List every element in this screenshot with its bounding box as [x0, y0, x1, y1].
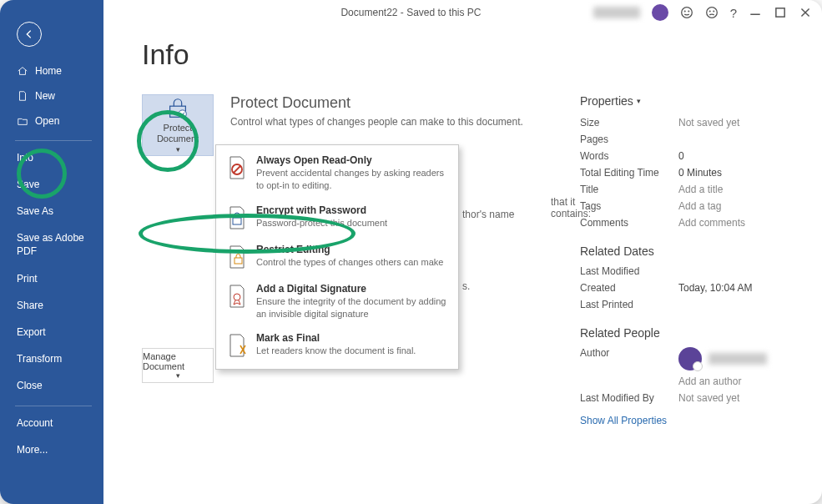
user-name-blurred — [593, 7, 640, 18]
protect-document-heading: Protect Document — [230, 94, 523, 112]
property-value: 0 — [678, 150, 684, 162]
property-value[interactable]: Add comments — [678, 217, 745, 229]
nav-save-adobe[interactable]: Save as Adobe PDF — [0, 224, 103, 265]
sad-icon[interactable] — [705, 6, 719, 19]
help-button[interactable]: ? — [730, 6, 737, 20]
property-row: TitleAdd a title — [580, 181, 797, 198]
page-title: Info — [142, 38, 797, 71]
svg-point-3 — [706, 8, 717, 18]
nav-info[interactable]: Info — [0, 144, 103, 171]
protect-document-button[interactable]: Protect Document ▾ — [142, 94, 214, 156]
date-label: Created — [580, 282, 670, 294]
manage-document-button[interactable]: Manage Document▾ — [142, 348, 214, 383]
author-name-blurred — [709, 353, 767, 365]
nav-home[interactable]: Home — [0, 58, 103, 83]
menu-item-desc: Password-protect this document — [256, 217, 387, 229]
document-icon — [17, 90, 28, 102]
nav-share[interactable]: Share — [0, 292, 103, 319]
maximize-button[interactable] — [774, 6, 787, 19]
user-avatar[interactable] — [652, 4, 668, 21]
nav-close[interactable]: Close — [0, 372, 103, 399]
property-label: Title — [580, 184, 670, 195]
menu-item-title: Encrypt with Password — [256, 204, 387, 216]
property-label: Total Editing Time — [580, 167, 670, 179]
date-row: Last Modified — [580, 263, 797, 280]
property-row: SizeNot saved yet — [580, 114, 797, 131]
last-modified-by-value: Not saved yet — [678, 392, 739, 404]
property-label: Pages — [580, 134, 670, 145]
svg-point-8 — [179, 110, 186, 118]
author-label: Author — [580, 347, 670, 370]
protect-document-desc: Control what types of changes people can… — [230, 115, 523, 129]
minimize-button[interactable] — [749, 6, 762, 19]
nav-open[interactable]: Open — [0, 108, 103, 134]
partial-text: thor's name — [462, 209, 514, 220]
partial-text: s. — [462, 280, 470, 292]
svg-point-0 — [681, 8, 692, 18]
property-label: Comments — [580, 217, 670, 229]
property-label: Words — [580, 150, 670, 162]
menu-item-title: Always Open Read-Only — [256, 154, 448, 166]
nav-more[interactable]: More... — [0, 436, 103, 463]
chevron-down-icon: ▾ — [637, 97, 641, 105]
nav-save[interactable]: Save — [0, 171, 103, 198]
date-label: Last Modified — [580, 265, 670, 277]
manage-document-label: Manage Document — [143, 351, 213, 371]
property-row: TagsAdd a tag — [580, 198, 797, 214]
nav-save-as[interactable]: Save As — [0, 198, 103, 224]
svg-point-5 — [714, 11, 714, 12]
window-title: Document22 - Saved to this PC — [340, 7, 481, 18]
nav-new-label: New — [35, 90, 55, 102]
menu-encrypt-with-password[interactable]: Encrypt with PasswordPassword-protect th… — [216, 199, 458, 238]
svg-point-12 — [234, 294, 240, 300]
nav-print[interactable]: Print — [0, 265, 103, 292]
folder-open-icon — [17, 115, 28, 127]
close-button[interactable] — [799, 6, 812, 19]
menu-always-open-read-only[interactable]: Always Open Read-OnlyPrevent accidental … — [216, 149, 458, 199]
date-label: Last Printed — [580, 299, 670, 310]
svg-rect-10 — [233, 218, 241, 224]
content-area: Info Protect Document ▾ Protect Document… — [103, 25, 822, 504]
property-row: Words0 — [580, 148, 797, 164]
protect-document-button-label: Protect Document — [143, 123, 213, 144]
backstage-sidebar: Home New Open Info Save Save As Save as … — [0, 0, 103, 504]
add-author-link[interactable]: Add an author — [678, 375, 741, 387]
date-row: CreatedToday, 10:04 AM — [580, 280, 797, 296]
encrypt-icon — [226, 204, 248, 231]
property-value[interactable]: Add a title — [678, 184, 723, 195]
nav-new[interactable]: New — [0, 83, 103, 108]
menu-mark-as-final[interactable]: Mark as FinalLet readers know the docume… — [216, 326, 458, 365]
svg-rect-6 — [776, 8, 784, 17]
nav-account[interactable]: Account — [0, 410, 103, 436]
property-value[interactable]: Add a tag — [678, 200, 721, 212]
svg-point-2 — [688, 11, 689, 12]
menu-item-desc: Control the types of changes others can … — [256, 256, 443, 269]
property-value[interactable]: Not saved yet — [678, 117, 739, 129]
show-all-properties-link[interactable]: Show All Properties — [580, 415, 797, 426]
lock-shield-icon — [165, 96, 190, 121]
menu-add-digital-signature[interactable]: Add a Digital SignatureEnsure the integr… — [216, 277, 458, 327]
property-label: Tags — [580, 200, 670, 212]
title-bar: Document22 - Saved to this PC ? — [0, 0, 822, 25]
menu-restrict-editing[interactable]: Restrict EditingControl the types of cha… — [216, 238, 458, 277]
author-avatar[interactable] — [678, 347, 702, 370]
signature-icon — [226, 283, 248, 310]
property-row: CommentsAdd comments — [580, 214, 797, 231]
related-people-header: Related People — [580, 326, 797, 340]
smile-icon[interactable] — [680, 6, 693, 19]
menu-item-title: Add a Digital Signature — [256, 283, 448, 295]
property-row: Total Editing Time0 Minutes — [580, 164, 797, 181]
svg-rect-11 — [234, 258, 242, 264]
properties-header[interactable]: Properties▾ — [580, 94, 797, 108]
nav-home-label: Home — [35, 65, 62, 77]
property-label: Size — [580, 117, 670, 129]
property-row: Pages — [580, 131, 797, 148]
related-dates-header: Related Dates — [580, 244, 797, 258]
menu-item-title: Mark as Final — [256, 332, 416, 344]
back-button[interactable] — [17, 22, 42, 47]
nav-transform[interactable]: Transform — [0, 345, 103, 372]
nav-open-label: Open — [35, 115, 59, 127]
nav-export[interactable]: Export — [0, 319, 103, 345]
svg-point-1 — [684, 11, 685, 12]
restrict-icon — [226, 244, 248, 270]
